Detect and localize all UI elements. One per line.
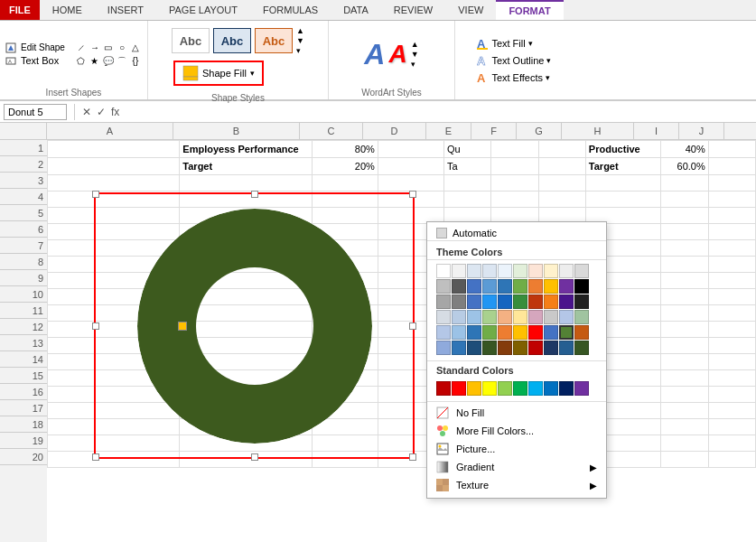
style-box-2[interactable]: Abc bbox=[213, 28, 251, 53]
theme-color-swatch-47[interactable] bbox=[544, 325, 558, 340]
theme-color-swatch-35[interactable] bbox=[513, 310, 527, 324]
theme-color-swatch-2[interactable] bbox=[467, 264, 481, 278]
theme-color-swatch-36[interactable] bbox=[528, 310, 543, 324]
cell-i2[interactable]: 60.0% bbox=[661, 158, 708, 175]
theme-color-swatch-25[interactable] bbox=[513, 294, 527, 309]
cell-j1[interactable] bbox=[708, 141, 755, 158]
row-header-13[interactable]: 13 bbox=[0, 335, 47, 351]
text-outline-button[interactable]: A Text Outline ▾ bbox=[473, 53, 554, 68]
theme-color-swatch-19[interactable] bbox=[574, 279, 589, 294]
style-scroll-up[interactable]: ▲ bbox=[296, 26, 304, 35]
handle-bc[interactable] bbox=[251, 453, 258, 461]
picture-item[interactable]: Picture... bbox=[427, 440, 606, 458]
col-header-j[interactable]: J bbox=[679, 123, 724, 139]
shape-star[interactable]: ★ bbox=[89, 55, 101, 68]
name-box[interactable] bbox=[4, 104, 67, 120]
std-color-swatch-7[interactable] bbox=[544, 381, 558, 396]
theme-color-swatch-14[interactable] bbox=[498, 279, 512, 294]
tab-insert[interactable]: INSERT bbox=[95, 0, 156, 20]
std-color-swatch-9[interactable] bbox=[574, 381, 589, 396]
formula-input[interactable] bbox=[123, 107, 752, 117]
col-header-i[interactable]: I bbox=[634, 123, 679, 139]
col-header-f[interactable]: F bbox=[471, 123, 517, 139]
cell-g1[interactable] bbox=[538, 141, 585, 158]
theme-color-swatch-59[interactable] bbox=[574, 341, 589, 355]
std-color-swatch-1[interactable] bbox=[452, 381, 466, 396]
cell-d1[interactable] bbox=[378, 141, 443, 158]
col-header-d[interactable]: D bbox=[363, 123, 426, 139]
theme-color-swatch-20[interactable] bbox=[436, 294, 451, 309]
handle-mr[interactable] bbox=[409, 322, 416, 330]
theme-color-swatch-21[interactable] bbox=[452, 294, 466, 309]
theme-color-swatch-33[interactable] bbox=[482, 310, 497, 324]
cell-h2[interactable]: Target bbox=[585, 158, 661, 175]
cell-i1[interactable]: 40% bbox=[661, 141, 708, 158]
theme-color-swatch-10[interactable] bbox=[436, 279, 451, 294]
donut-shape-container[interactable] bbox=[94, 192, 415, 459]
cell-b1[interactable]: Employess Performance bbox=[180, 141, 312, 158]
edit-shape-button[interactable]: Edit Shape bbox=[18, 42, 68, 53]
theme-color-swatch-4[interactable] bbox=[498, 264, 512, 278]
theme-color-swatch-32[interactable] bbox=[467, 310, 481, 324]
theme-color-swatch-11[interactable] bbox=[452, 279, 466, 294]
text-box-button[interactable]: Text Box bbox=[18, 54, 61, 67]
theme-color-swatch-43[interactable] bbox=[482, 325, 497, 340]
theme-color-swatch-53[interactable] bbox=[482, 341, 497, 355]
tab-review[interactable]: REVIEW bbox=[381, 0, 445, 20]
col-header-e[interactable]: E bbox=[426, 123, 471, 139]
row-header-3[interactable]: 3 bbox=[0, 173, 47, 189]
handle-bl[interactable] bbox=[92, 453, 99, 461]
shape-arrow[interactable]: → bbox=[89, 42, 101, 54]
theme-color-swatch-56[interactable] bbox=[528, 341, 543, 355]
row-header-10[interactable]: 10 bbox=[0, 286, 47, 303]
cell-e1[interactable]: Qu bbox=[444, 141, 491, 158]
theme-color-swatch-6[interactable] bbox=[528, 264, 543, 278]
handle-tr[interactable] bbox=[409, 191, 416, 198]
shape-curve[interactable]: ⌒ bbox=[116, 55, 128, 68]
wordart-up[interactable]: ▲ bbox=[411, 40, 419, 49]
cell-a1[interactable] bbox=[48, 141, 180, 158]
row-header-1[interactable]: 1 bbox=[0, 140, 47, 156]
text-effects-button[interactable]: A Text Effects ▾ bbox=[473, 70, 553, 85]
more-fill-colors-item[interactable]: More Fill Colors... bbox=[427, 422, 606, 440]
row-header-18[interactable]: 18 bbox=[0, 416, 47, 433]
theme-color-swatch-23[interactable] bbox=[482, 294, 497, 309]
theme-color-swatch-45[interactable] bbox=[513, 325, 527, 340]
theme-color-swatch-37[interactable] bbox=[544, 310, 558, 324]
handle-tl[interactable] bbox=[92, 191, 99, 198]
row-header-12[interactable]: 12 bbox=[0, 319, 47, 335]
theme-color-swatch-49[interactable] bbox=[574, 325, 589, 340]
theme-color-swatch-54[interactable] bbox=[498, 341, 512, 355]
cell-a2[interactable] bbox=[48, 158, 180, 175]
theme-color-swatch-1[interactable] bbox=[452, 264, 466, 278]
theme-color-swatch-31[interactable] bbox=[452, 310, 466, 324]
shape-callout[interactable]: 💬 bbox=[102, 55, 115, 68]
style-box-3[interactable]: Abc bbox=[255, 28, 293, 53]
theme-color-swatch-8[interactable] bbox=[559, 264, 574, 278]
theme-color-swatch-18[interactable] bbox=[559, 279, 574, 294]
shape-pentagon[interactable]: ⬠ bbox=[75, 55, 88, 68]
row-header-17[interactable]: 17 bbox=[0, 400, 47, 416]
row-header-9[interactable]: 9 bbox=[0, 270, 47, 286]
wordart-more[interactable]: ▾ bbox=[411, 60, 419, 69]
theme-color-swatch-27[interactable] bbox=[544, 294, 558, 309]
handle-br[interactable] bbox=[409, 453, 416, 461]
cancel-formula-icon[interactable]: ✕ bbox=[82, 106, 91, 118]
row-header-11[interactable]: 11 bbox=[0, 303, 47, 319]
col-header-g[interactable]: G bbox=[517, 123, 562, 139]
col-header-h[interactable]: H bbox=[562, 123, 634, 139]
row-header-4[interactable]: 4 bbox=[0, 189, 47, 205]
row-header-19[interactable]: 19 bbox=[0, 433, 47, 449]
fx-label[interactable]: fx bbox=[111, 106, 119, 118]
confirm-formula-icon[interactable]: ✓ bbox=[97, 106, 106, 118]
theme-color-swatch-39[interactable] bbox=[574, 310, 589, 324]
gradient-item[interactable]: Gradient ▶ bbox=[427, 458, 606, 476]
row-header-7[interactable]: 7 bbox=[0, 238, 47, 254]
style-box-1[interactable]: Abc bbox=[172, 28, 210, 53]
std-color-swatch-4[interactable] bbox=[498, 381, 512, 396]
theme-color-swatch-42[interactable] bbox=[467, 325, 481, 340]
theme-color-swatch-58[interactable] bbox=[559, 341, 574, 355]
wordart-letter-blue[interactable]: A bbox=[364, 38, 385, 71]
theme-color-swatch-51[interactable] bbox=[452, 341, 466, 355]
theme-color-swatch-26[interactable] bbox=[528, 294, 543, 309]
